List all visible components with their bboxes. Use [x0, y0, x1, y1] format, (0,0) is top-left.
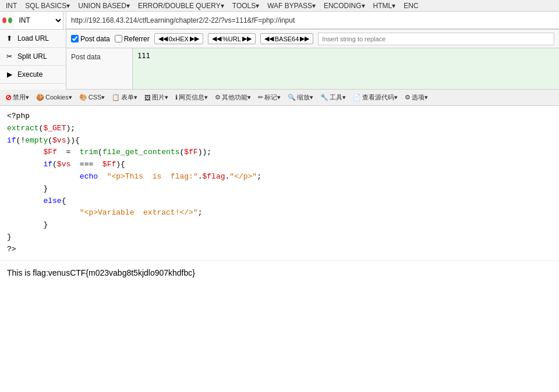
referrer-checkbox-text: Referrer: [124, 35, 150, 43]
arrow-right-url: ▶▶: [242, 35, 252, 42]
load-url-label: Load URL: [17, 34, 49, 42]
toolbar2-item-options[interactable]: ⚙ 选项▾: [402, 92, 431, 103]
arrow-right-b64: ▶▶: [300, 35, 309, 42]
split-url-button[interactable]: ✂ Split URL: [0, 48, 66, 66]
main-area: ⬆ Load URL ✂ Split URL ▶ Execute Post da…: [0, 30, 559, 90]
code-line-4: if($vs === $Ff){: [7, 159, 552, 171]
toolbar2-css-label: CSS▾: [89, 94, 105, 101]
split-url-icon: ✂: [5, 52, 14, 61]
toolbar2-form-label: 表单▾: [121, 93, 137, 102]
result-text: This is flag:venusCTF{m023vabg8t5kjdlo90…: [7, 268, 195, 277]
hex-encode-button[interactable]: ◀◀ 0xHEX ▶▶: [154, 33, 203, 44]
code-area: <?php extract($_GET); if(!empty($vs)){ $…: [0, 106, 559, 261]
code-line-1: extract($_GET);: [7, 123, 552, 135]
code-line-8: "<p>Variable extract!</>";: [7, 207, 552, 219]
hex-label: 0xHEX: [169, 35, 189, 42]
other-icon: ⚙: [215, 94, 221, 101]
toolbar2-image-label: 图片▾: [152, 93, 168, 102]
toolbar2-item-zoom[interactable]: 🔍 缩放▾: [285, 92, 316, 103]
css-icon: 🎨: [79, 94, 87, 101]
insert-field[interactable]: [318, 33, 554, 45]
toolbar2-item-tools[interactable]: 🔧 工具▾: [317, 92, 349, 103]
code-line-11: ?>: [7, 244, 552, 256]
arrow-right-hex: ▶▶: [190, 35, 199, 42]
toolbar2-item-cookies[interactable]: 🍪 Cookies▾: [33, 92, 75, 102]
code-line-2: if(!empty($vs)){: [7, 135, 552, 147]
code-line-5: echo "<p>This is flag:".$flag."</p>";: [7, 171, 552, 183]
code-line-6: }: [7, 183, 552, 195]
nav-item-encoding[interactable]: ENCODING▾: [320, 1, 369, 11]
nav-item-union[interactable]: UNION BASED▾: [75, 1, 133, 11]
int-select[interactable]: INT STRING BLIND TIME: [14, 12, 63, 29]
toolbar2-options-label: 选项▾: [412, 93, 428, 102]
nav-item-tools[interactable]: TOOLS▾: [229, 1, 263, 11]
arrow-left-b64: ◀◀: [264, 35, 274, 42]
code-line-7: else{: [7, 195, 552, 208]
result-area: This is flag:venusCTF{m023vabg8t5kjdlo90…: [0, 261, 559, 284]
nav-item-sql[interactable]: SQL BASICS▾: [22, 1, 73, 11]
base64-encode-button[interactable]: ◀◀ BASE64 ▶▶: [260, 33, 314, 44]
toolbar2-disable-label: 禁用▾: [13, 93, 29, 102]
toolbar2-item-image[interactable]: 🖼 图片▾: [141, 92, 171, 103]
left-sidebar: ⬆ Load URL ✂ Split URL ▶ Execute: [0, 30, 66, 90]
toolbar2-item-disable[interactable]: ⊘ 禁用▾: [2, 92, 32, 103]
url-row-left: INT STRING BLIND TIME: [0, 12, 66, 29]
pageinfo-icon: ℹ: [175, 94, 178, 101]
url-input[interactable]: [66, 12, 559, 29]
post-data-label: Post data: [66, 48, 133, 89]
execute-label: Execute: [17, 70, 43, 79]
dot-red: [2, 17, 6, 23]
toolbar2-item-mark[interactable]: ✏ 标记▾: [255, 92, 284, 103]
toolbar2-item-pageinfo[interactable]: ℹ 网页信息▾: [172, 92, 211, 103]
zoom-icon: 🔍: [288, 94, 296, 101]
toolbar2-item-form[interactable]: 📋 表单▾: [109, 92, 140, 103]
nav-item-int[interactable]: INT: [2, 1, 20, 11]
base64-label: BASE64: [275, 35, 299, 42]
code-line-0: <?php: [7, 111, 552, 123]
split-url-label: Split URL: [17, 52, 47, 60]
nav-item-html[interactable]: HTML▾: [370, 1, 399, 11]
post-data-checkbox[interactable]: [71, 35, 79, 42]
toolbar2-item-css[interactable]: 🎨 CSS▾: [76, 92, 108, 102]
dot-green: [8, 17, 12, 23]
toolbar2-tools-label: 工具▾: [330, 93, 346, 102]
toolbar2-source-label: 查看源代码▾: [362, 93, 398, 102]
url-encode-button[interactable]: ◀◀ %URL ▶▶: [208, 33, 256, 44]
post-data-row: Post data 111: [66, 48, 559, 90]
right-panel: Post data Referrer ◀◀ 0xHEX ▶▶ ◀◀ %URL ▶…: [66, 30, 559, 90]
post-data-textarea[interactable]: 111: [133, 48, 559, 89]
execute-icon: ▶: [5, 70, 14, 79]
tools-icon: 🔧: [320, 94, 328, 101]
post-data-checkbox-label[interactable]: Post data: [71, 35, 110, 43]
arrow-left-url: ◀◀: [212, 35, 221, 42]
toolbar2-pageinfo-label: 网页信息▾: [179, 93, 208, 102]
code-line-9: }: [7, 219, 552, 231]
toolbar2-other-label: 其他功能▾: [222, 93, 251, 102]
post-data-checkbox-text: Post data: [80, 35, 110, 43]
toolbar2-item-source[interactable]: 📄 查看源代码▾: [350, 92, 401, 103]
url-label: %URL: [222, 35, 241, 42]
mark-icon: ✏: [258, 94, 263, 101]
load-url-button[interactable]: ⬆ Load URL: [0, 30, 66, 48]
execute-button[interactable]: ▶ Execute: [0, 66, 66, 84]
image-icon: 🖼: [144, 94, 151, 101]
nav-item-error[interactable]: ERROR/DOUBLE QUERY▾: [135, 1, 228, 11]
load-url-icon: ⬆: [5, 34, 14, 43]
top-nav: INT SQL BASICS▾ UNION BASED▾ ERROR/DOUBL…: [0, 0, 559, 12]
nav-item-enc[interactable]: ENC: [400, 1, 422, 11]
code-line-3: $Ff = trim(file_get_contents($fF));: [7, 147, 552, 159]
options-row: Post data Referrer ◀◀ 0xHEX ▶▶ ◀◀ %URL ▶…: [66, 30, 559, 48]
toolbar2: ⊘ 禁用▾ 🍪 Cookies▾ 🎨 CSS▾ 📋 表单▾ 🖼 图片▾ ℹ 网页…: [0, 90, 559, 106]
source-icon: 📄: [353, 94, 361, 101]
forbidden-icon: ⊘: [5, 93, 12, 102]
cookies-icon: 🍪: [36, 94, 44, 101]
toolbar2-item-other[interactable]: ⚙ 其他功能▾: [212, 92, 254, 103]
url-row: INT STRING BLIND TIME: [0, 12, 559, 30]
referrer-checkbox[interactable]: [115, 35, 122, 42]
referrer-checkbox-label[interactable]: Referrer: [115, 35, 150, 43]
toolbar2-cookies-label: Cookies▾: [45, 94, 72, 101]
nav-item-waf[interactable]: WAF BYPASS▾: [264, 1, 319, 11]
form-icon: 📋: [112, 94, 120, 101]
toolbar2-mark-label: 标记▾: [264, 93, 281, 102]
toolbar2-zoom-label: 缩放▾: [297, 93, 313, 102]
